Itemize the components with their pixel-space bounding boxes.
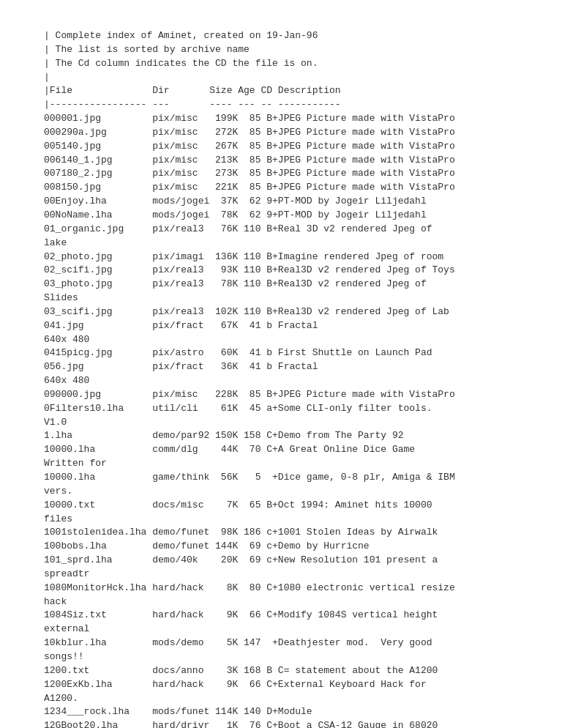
aminet-index: | Complete index of Aminet, created on 1… — [44, 29, 518, 728]
